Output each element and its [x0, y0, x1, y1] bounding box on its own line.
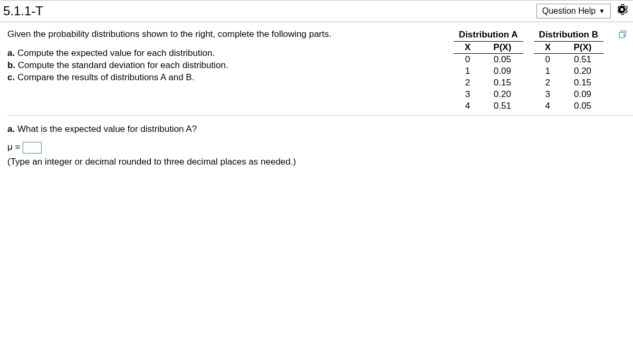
table-row: 10.09 — [454, 65, 523, 77]
part-b: b. Compute the standard deviation for ea… — [7, 60, 228, 70]
cell: 1 — [534, 65, 562, 77]
dist-b-col-x: X — [534, 42, 562, 54]
cell: 0.51 — [562, 54, 603, 66]
table-row: 10.20 — [534, 65, 603, 77]
table-row: 30.20 — [454, 89, 523, 100]
part-c: c. Compare the results of distributions … — [7, 72, 194, 82]
prompt-intro: Given the probability distributions show… — [7, 28, 443, 40]
table-row: 20.15 — [534, 77, 603, 89]
cell: 3 — [534, 89, 562, 100]
cell: 4 — [454, 100, 482, 112]
header-bar: 5.1.1-T Question Help ▼ — [0, 0, 633, 22]
cell: 0.05 — [562, 100, 603, 112]
cell: 4 — [534, 100, 562, 112]
table-row: 30.09 — [534, 89, 603, 100]
part-a: a. Compute the expected value for each d… — [7, 48, 215, 58]
dist-a-col-p: P(X) — [482, 42, 523, 54]
cell: 2 — [534, 77, 562, 89]
cell: 1 — [454, 65, 482, 77]
dist-a-title: Distribution A — [454, 28, 523, 42]
distribution-a-table: Distribution A XP(X) 00.05 10.09 20.15 3… — [454, 28, 523, 112]
table-row: 40.51 — [454, 100, 523, 112]
content-area: Given the probability distributions show… — [0, 22, 633, 167]
mu-row: μ = — [7, 142, 633, 154]
cell: 0.09 — [482, 65, 523, 77]
cell: 0 — [534, 54, 562, 66]
question-number: 5.1.1-T — [3, 4, 536, 18]
cell: 0 — [454, 54, 482, 66]
cell: 0.09 — [562, 89, 603, 100]
svg-rect-3 — [619, 32, 624, 38]
question-help-button[interactable]: Question Help ▼ — [536, 4, 611, 18]
dist-b-col-p: P(X) — [562, 42, 603, 54]
distributions-wrap: Distribution A XP(X) 00.05 10.09 20.15 3… — [454, 28, 633, 112]
cell: 0.15 — [562, 77, 603, 89]
answer-hint: (Type an integer or decimal rounded to t… — [7, 157, 633, 167]
question-help-label: Question Help — [542, 6, 596, 16]
gear-icon[interactable] — [616, 4, 628, 18]
table-row: 20.15 — [454, 77, 523, 89]
dist-a-col-x: X — [454, 42, 482, 54]
cell: 0.20 — [562, 65, 603, 77]
cell: 3 — [454, 89, 482, 100]
prompt-text: Given the probability distributions show… — [7, 28, 454, 84]
table-row: 00.51 — [534, 54, 603, 66]
table-row: 40.05 — [534, 100, 603, 112]
prompt-parts: a. Compute the expected value for each d… — [7, 47, 443, 84]
chevron-down-icon: ▼ — [599, 7, 605, 15]
copy-icon[interactable] — [618, 30, 628, 112]
cell: 0.15 — [482, 77, 523, 89]
distribution-b-table: Distribution B XP(X) 00.51 10.20 20.15 3… — [534, 28, 603, 112]
svg-point-1 — [620, 8, 624, 11]
dist-b-title: Distribution B — [534, 28, 603, 42]
cell: 2 — [454, 77, 482, 89]
mu-label: μ = — [7, 142, 20, 152]
question-a-text: What is the expected value for distribut… — [17, 124, 197, 134]
cell: 0.51 — [482, 100, 523, 112]
answer-input[interactable] — [23, 142, 42, 154]
table-row: 00.05 — [454, 54, 523, 66]
cell: 0.20 — [482, 89, 523, 100]
question-a-title: a. What is the expected value for distri… — [7, 124, 633, 135]
question-block: a. What is the expected value for distri… — [7, 116, 633, 167]
prompt-row: Given the probability distributions show… — [7, 28, 633, 116]
cell: 0.05 — [482, 54, 523, 66]
question-a-lead: a. — [7, 124, 15, 134]
